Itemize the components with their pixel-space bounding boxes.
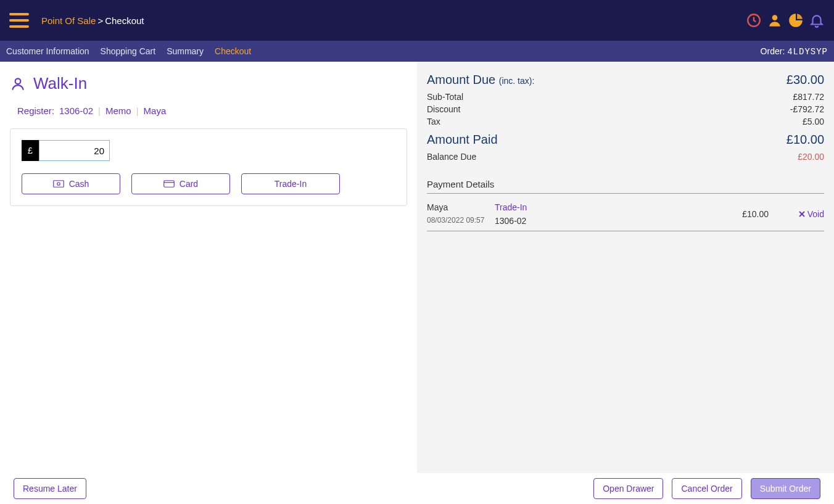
void-button[interactable]: Void <box>799 209 824 219</box>
amount-input-row: £ <box>22 140 395 161</box>
cash-button[interactable]: Cash <box>22 173 120 194</box>
discount-row: Discount -£792.72 <box>427 104 824 114</box>
submit-order-button[interactable]: Submit Order <box>751 478 820 499</box>
tradein-label: Trade-In <box>275 179 307 189</box>
open-drawer-button[interactable]: Open Drawer <box>593 478 663 499</box>
memo-link[interactable]: Memo <box>105 105 131 116</box>
tax-label: Tax <box>427 117 440 126</box>
meta-row: Register: 1306-02 | Memo | Maya <box>17 105 407 116</box>
discount-value: -£792.72 <box>790 104 824 114</box>
card-label: Card <box>180 179 198 189</box>
cancel-order-button[interactable]: Cancel Order <box>672 478 741 499</box>
payment-user: Maya <box>427 202 495 212</box>
register-value: 1306-02 <box>59 105 93 116</box>
resume-later-button[interactable]: Resume Later <box>14 478 86 499</box>
subtotal-value: £817.72 <box>793 92 824 102</box>
person-icon <box>10 76 26 92</box>
balance-due-label: Balance Due <box>427 152 476 162</box>
customer-row: Walk-In <box>10 74 407 93</box>
tab-customer-information[interactable]: Customer Information <box>6 46 89 56</box>
payment-register: 1306-02 <box>495 216 575 226</box>
payment-box: £ Cash Card Trade-In <box>10 128 407 206</box>
payment-col-type: Trade-In 1306-02 <box>495 202 575 226</box>
subtotal-row: Sub-Total £817.72 <box>427 92 824 102</box>
amount-paid-row: Amount Paid £10.00 <box>427 133 824 147</box>
payment-datetime: 08/03/2022 09:57 <box>427 216 495 225</box>
x-icon <box>799 211 805 217</box>
currency-symbol: £ <box>22 140 39 161</box>
balance-due-row: Balance Due £20.00 <box>427 152 824 162</box>
tab-shopping-cart[interactable]: Shopping Cart <box>101 46 156 56</box>
register-label: Register: <box>17 105 54 116</box>
payment-details-title: Payment Details <box>427 179 824 194</box>
amount-input[interactable] <box>39 140 110 161</box>
breadcrumb-sep: > <box>97 15 103 26</box>
breadcrumb-root[interactable]: Point Of Sale <box>41 15 96 26</box>
main: Walk-In Register: 1306-02 | Memo | Maya … <box>0 62 834 473</box>
footer: Resume Later Open Drawer Cancel Order Su… <box>0 473 834 504</box>
clock-icon[interactable] <box>746 12 762 28</box>
tab-summary[interactable]: Summary <box>167 46 204 56</box>
svg-point-2 <box>15 78 21 84</box>
card-button[interactable]: Card <box>131 173 230 194</box>
svg-point-4 <box>57 183 60 186</box>
card-icon <box>163 180 175 188</box>
breadcrumb: Point Of Sale > Checkout <box>41 15 144 26</box>
svg-rect-5 <box>164 181 175 188</box>
user-name: Maya <box>144 105 167 116</box>
payment-col-user: Maya 08/03/2022 09:57 <box>427 202 495 226</box>
pie-chart-icon[interactable] <box>788 12 804 28</box>
payment-type: Trade-In <box>495 202 575 212</box>
user-icon[interactable] <box>767 12 783 28</box>
payment-amount: £10.00 <box>575 202 769 226</box>
amount-due-row: Amount Due (inc. tax): £30.00 <box>427 73 824 87</box>
svg-rect-3 <box>53 181 64 188</box>
tax-value: £5.00 <box>803 117 824 126</box>
tabs: Customer Information Shopping Cart Summa… <box>6 46 251 56</box>
amount-paid-value: £10.00 <box>787 133 824 147</box>
amount-paid-label: Amount Paid <box>427 133 498 147</box>
svg-point-1 <box>772 15 778 20</box>
tax-row: Tax £5.00 <box>427 117 824 126</box>
payment-row: Maya 08/03/2022 09:57 Trade-In 1306-02 £… <box>427 199 824 231</box>
payment-buttons: Cash Card Trade-In <box>22 173 395 194</box>
subtotal-label: Sub-Total <box>427 92 463 102</box>
tab-checkout[interactable]: Checkout <box>215 46 251 56</box>
amount-due-label: Amount Due (inc. tax): <box>427 73 534 87</box>
amount-due-value: £30.00 <box>787 73 824 87</box>
void-label: Void <box>807 209 824 219</box>
top-header: Point Of Sale > Checkout <box>0 0 834 41</box>
cash-label: Cash <box>69 179 89 189</box>
sub-header: Customer Information Shopping Cart Summa… <box>0 41 834 62</box>
breadcrumb-page: Checkout <box>105 15 144 26</box>
order-id: 4LDYSYP <box>787 47 828 57</box>
order-info: Order: 4LDYSYP <box>761 46 828 57</box>
bell-icon[interactable] <box>809 12 825 28</box>
discount-label: Discount <box>427 104 460 114</box>
left-pane: Walk-In Register: 1306-02 | Memo | Maya … <box>0 62 417 473</box>
meta-divider: | <box>136 105 139 116</box>
order-label: Order: <box>761 46 785 56</box>
hamburger-menu-icon[interactable] <box>9 13 29 28</box>
payment-void-col: Void <box>769 202 824 226</box>
right-pane: Amount Due (inc. tax): £30.00 Sub-Total … <box>417 62 834 473</box>
meta-divider: | <box>98 105 101 116</box>
header-icons <box>746 12 825 28</box>
customer-name: Walk-In <box>33 74 87 93</box>
balance-due-value: £20.00 <box>798 152 824 162</box>
tradein-button[interactable]: Trade-In <box>241 173 340 194</box>
cash-icon <box>53 180 64 188</box>
